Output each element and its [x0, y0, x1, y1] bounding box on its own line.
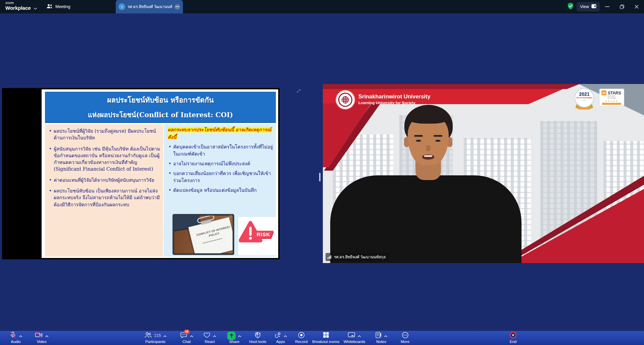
- chat-button[interactable]: 16 Chat: [180, 331, 193, 345]
- meeting-tab-label: Meeting: [55, 4, 70, 9]
- react-chevron-up-icon[interactable]: [213, 333, 216, 339]
- more-label: More: [401, 340, 409, 344]
- slide-title-line2: แห่งผลประโยชน์(Conflict of Interest: COI…: [45, 110, 276, 120]
- slide-bullet: บอกความเสี่ยงน้อยกว่าที่ควร เพื่อเชิญชวน…: [167, 170, 273, 184]
- share-tab-menu-icon[interactable]: •••: [175, 4, 180, 10]
- chat-icon: 16: [180, 332, 188, 340]
- host-tools-label: Host tools: [249, 340, 266, 344]
- participants-button[interactable]: 215 Participants: [144, 331, 166, 345]
- video-chevron-up-icon[interactable]: [45, 333, 49, 339]
- zoom-window: { "titlebar": { "logo_top": "zoom", "log…: [0, 0, 644, 345]
- more-button[interactable]: More: [401, 331, 409, 345]
- chat-label: Chat: [183, 340, 191, 344]
- slide-right-header: ผลกระทบจากประโยชน์ทับซ้อนนี้ อาจเกิดเหตุ…: [167, 126, 273, 141]
- minimize-button[interactable]: [600, 0, 614, 13]
- person-nose: [426, 145, 431, 151]
- mic-muted-icon: [9, 331, 17, 340]
- person-eyebrow: [434, 135, 442, 137]
- slide-right-column: ผลกระทบจากประโยชน์ทับซ้อนนี้ อาจเกิดเหตุ…: [164, 124, 276, 257]
- whiteboards-button[interactable]: Whiteboards: [344, 331, 365, 345]
- speaker-video-tile[interactable]: Srinakharinwirot University Learning Uni…: [323, 84, 644, 263]
- slide-bullet: ค่าตอบแทนที่ผู้วิจัยได้จากบริษัทผู้สนับส…: [48, 177, 160, 183]
- whiteboard-icon: [348, 332, 355, 340]
- end-meeting-button[interactable]: End: [509, 331, 517, 345]
- audio-label: Audio: [11, 340, 20, 344]
- record-icon: [298, 332, 305, 340]
- breakout-rooms-grid-icon: [323, 332, 329, 340]
- react-label: React: [205, 340, 215, 344]
- zoom-workplace-logo: zoom Workplace: [5, 1, 31, 10]
- view-button-label: View: [580, 4, 589, 9]
- share-tab-title: รศ.ดร.สิทธิพงศ์ วัฒนานนท์สกุล's scree: [128, 4, 172, 10]
- whiteboards-label: Whiteboards: [344, 340, 365, 344]
- slide-bullet: คัดบุคคลเข้าเป็นอาสาสมัครในโครงการทั้งที…: [167, 143, 273, 157]
- risk-label: RISK: [257, 231, 270, 237]
- share-tab-avatar: ร: [118, 3, 125, 10]
- risk-warning-image: RISK: [238, 217, 276, 255]
- chat-chevron-up-icon[interactable]: [190, 333, 193, 339]
- host-tools-shield-icon: [254, 332, 261, 340]
- react-button[interactable]: React: [203, 331, 216, 345]
- speaker-person: [323, 84, 644, 263]
- magnifier-icon: [230, 213, 233, 219]
- close-button[interactable]: [629, 0, 644, 13]
- video-button[interactable]: Video: [35, 331, 49, 345]
- person-eye: [416, 140, 421, 142]
- signal-bars-icon: [328, 254, 332, 260]
- video-label: Video: [37, 340, 46, 344]
- end-label: End: [510, 340, 516, 344]
- meeting-people-icon: [46, 4, 53, 10]
- apps-chevron-up-icon[interactable]: [284, 333, 287, 339]
- person-hair-fringe: [407, 110, 449, 124]
- notes-chevron-up-icon[interactable]: [384, 333, 388, 339]
- participants-chevron-up-icon[interactable]: [163, 333, 167, 339]
- share-label: Share: [229, 340, 240, 344]
- participant-name: รศ.ดร.สิทธิพงศ์ วัฒนานนท์สกุล: [334, 254, 386, 260]
- apps-label: Apps: [276, 340, 285, 344]
- breakout-rooms-button[interactable]: Breakout rooms: [312, 331, 339, 345]
- share-chevron-up-icon[interactable]: [238, 333, 241, 339]
- view-button[interactable]: View: [577, 2, 600, 11]
- slide-bullet: ผู้สนับสนุนการวิจัย เช่น มีหุ้นในบริษัท …: [48, 145, 160, 173]
- participants-icon: [144, 332, 152, 340]
- breakout-rooms-label: Breakout rooms: [312, 340, 339, 344]
- slide-title-line1: ผลประโยชน์ทับซ้อน หรือการขัดกัน: [45, 94, 276, 105]
- security-shield-icon[interactable]: [567, 2, 574, 11]
- apps-icon: [274, 332, 282, 340]
- person-torso: [330, 175, 522, 263]
- slide-bullet: ผลประโยชน์ทับซ้อน เป็นเพียงสถานการณ์ อาจ…: [48, 187, 160, 208]
- logo-zoom-text: zoom: [5, 1, 31, 5]
- titlebar: zoom Workplace Meeting ร รศ.ดร.สิทธิพงศ์…: [0, 0, 644, 13]
- shared-screen-view: ผลประโยชน์ทับซ้อน หรือการขัดกัน แห่งผลปร…: [2, 88, 280, 259]
- slide-bullet: อาจไม่รายงานเหตุการณ์ไม่พึงประสงค์: [167, 160, 273, 167]
- slide-left-column: ผลประโยชน์ที่ผู้วิจัย (รวมถึงคู่สมรส) มี…: [45, 124, 163, 257]
- audio-button[interactable]: Audio: [9, 331, 22, 345]
- workspace-chevron-down-icon[interactable]: [34, 5, 37, 11]
- person-teeth: [424, 155, 432, 157]
- notes-icon: [375, 332, 382, 340]
- whiteboards-chevron-up-icon[interactable]: [358, 333, 361, 339]
- camera-off-icon: [35, 331, 43, 340]
- tab-shared-screen[interactable]: ร รศ.ดร.สิทธิพงศ์ วัฒนานนท์สกุล's scree …: [116, 0, 183, 13]
- share-button[interactable]: Share: [227, 331, 241, 345]
- maximize-button[interactable]: [614, 0, 629, 13]
- logo-workplace-text: Workplace: [5, 5, 31, 10]
- record-button[interactable]: Record: [295, 331, 307, 345]
- participants-label: Participants: [145, 340, 165, 344]
- participant-name-tag: รศ.ดร.สิทธิพงศ์ วัฒนานนท์สกุล: [326, 253, 389, 261]
- conflict-of-interest-photo: CONFLICT OF INTEREST POLICY: [172, 214, 234, 255]
- person-eye: [435, 140, 441, 142]
- end-hexagon-icon: [509, 332, 517, 340]
- panel-divider-handle[interactable]: [319, 173, 320, 181]
- host-tools-button[interactable]: Host tools: [249, 331, 266, 345]
- share-resize-icon[interactable]: ⤢: [297, 88, 300, 94]
- view-layout-icon: [591, 4, 596, 9]
- record-label: Record: [295, 340, 307, 344]
- slide-bullet: ดัดแปลงข้อมูล หรือปนแต่งข้อมูลในบันทึก: [167, 187, 273, 193]
- notes-button[interactable]: Notes: [375, 331, 388, 345]
- chat-unread-badge: 16: [184, 330, 190, 334]
- audio-chevron-up-icon[interactable]: [19, 333, 22, 339]
- highlighted-text: ผลกระทบจากประโยชน์ทับซ้อนนี้ อาจเกิดเหตุ…: [167, 127, 272, 140]
- tab-meeting[interactable]: Meeting: [43, 0, 73, 13]
- apps-button[interactable]: Apps: [274, 331, 287, 345]
